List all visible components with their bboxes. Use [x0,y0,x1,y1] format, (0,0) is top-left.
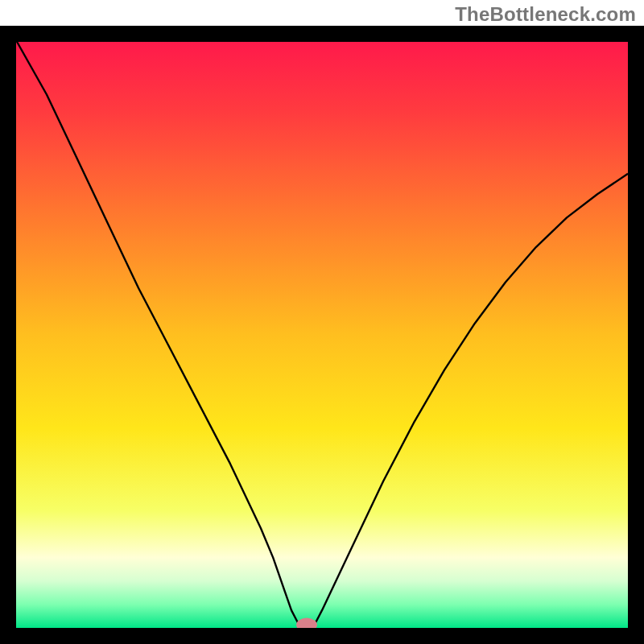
plot-background [16,42,628,628]
watermark-text: TheBottleneck.com [455,3,636,26]
bottleneck-chart: TheBottleneck.com [0,0,644,644]
chart-svg [0,0,644,644]
plot-area [16,40,628,632]
